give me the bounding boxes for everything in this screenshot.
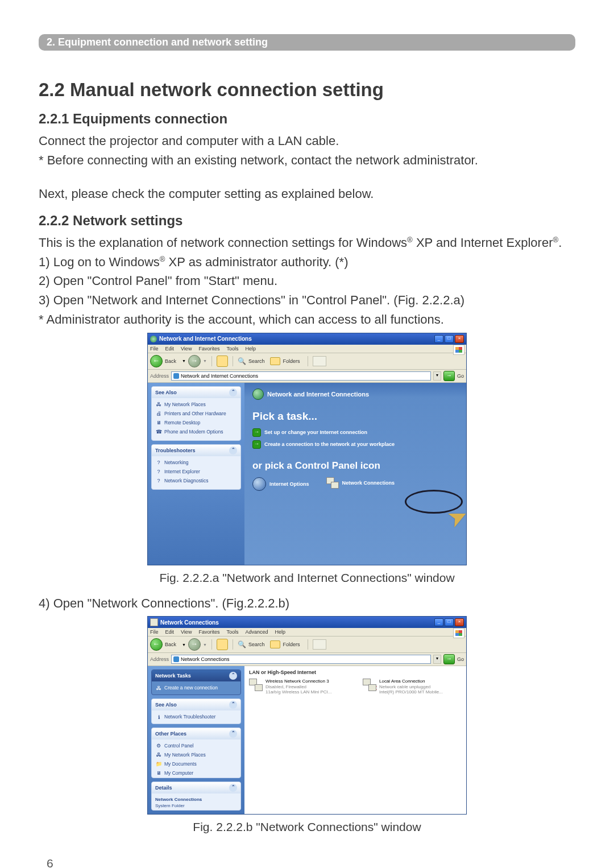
see-also-header[interactable]: See Also ⌃ (152, 387, 240, 398)
folders-label[interactable]: Folders (283, 358, 300, 364)
close-button[interactable]: × (455, 618, 464, 626)
collapse-icon[interactable]: ⌃ (229, 701, 237, 709)
up-button-icon[interactable] (217, 356, 228, 367)
folders-label[interactable]: Folders (283, 642, 300, 647)
menu-tools[interactable]: Tools (226, 629, 238, 635)
task-link-workplace-connection[interactable]: → Create a connection to the network at … (252, 440, 458, 449)
back-label[interactable]: Back (165, 358, 176, 364)
minimize-button[interactable]: _ (434, 335, 443, 343)
collapse-icon[interactable]: ⌃ (229, 784, 237, 792)
maximize-button[interactable]: □ (445, 618, 454, 626)
toolbar: ← Back ▼ → ▼ 🔍 Search Folders (148, 636, 466, 653)
address-dropdown[interactable]: ▾ (433, 655, 441, 664)
close-button[interactable]: × (455, 335, 464, 343)
troubleshooters-header[interactable]: Troubleshooters ⌃ (152, 445, 240, 456)
forward-button-icon[interactable]: → (188, 638, 201, 651)
sidebar-link-networking[interactable]: ?Networking (155, 458, 237, 468)
address-input[interactable]: Network and Internet Connections (171, 371, 431, 381)
folders-icon[interactable] (270, 640, 280, 648)
menu-help[interactable]: Help (245, 346, 256, 352)
go-button-icon[interactable]: → (443, 654, 455, 664)
menu-file[interactable]: File (150, 346, 159, 352)
menu-favorites[interactable]: Favorites (198, 629, 219, 635)
back-label[interactable]: Back (165, 642, 176, 647)
folders-icon[interactable] (270, 357, 280, 365)
connection-item-lan[interactable]: ✕ Local Area Connection Network cable un… (363, 679, 459, 695)
subsection-222-title: 2.2.2 Network settings (39, 213, 575, 229)
network-tasks-header[interactable]: Network Tasks ⌃ (152, 670, 240, 681)
sidebar-link-create-connection[interactable]: 🖧Create a new connection (155, 684, 237, 693)
back-button-icon[interactable]: ← (150, 355, 163, 367)
sidebar-link-network-places[interactable]: 🖧My Network Places (155, 751, 237, 760)
network-connections-icon (150, 618, 158, 626)
collapse-icon[interactable]: ⌃ (229, 730, 237, 738)
menu-advanced[interactable]: Advanced (245, 629, 268, 635)
sidebar-link-troubleshooter[interactable]: ℹNetwork Troubleshooter (155, 713, 237, 722)
views-button[interactable] (313, 356, 326, 366)
separator (308, 356, 308, 366)
back-dropdown[interactable]: ▼ (182, 359, 186, 363)
link-text: My Network Places (164, 402, 206, 407)
see-also-header[interactable]: See Also ⌃ (152, 699, 240, 710)
text: This is the explanation of network conne… (39, 235, 407, 250)
details-header[interactable]: Details ⌃ (152, 782, 240, 793)
sidebar-link-diagnostics[interactable]: ?Network Diagnostics (155, 477, 237, 486)
subsection-221-title: 2.2.1 Equipments connection (39, 111, 575, 127)
sidebar-link-printers[interactable]: 🖨Printers and Other Hardware (155, 410, 237, 419)
sidebar-link-control-panel[interactable]: ⚙Control Panel (155, 742, 237, 751)
window-title: Network Connections (160, 619, 434, 626)
go-label[interactable]: Go (457, 656, 464, 662)
window-title: Network and Internet Connections (159, 336, 434, 342)
search-label[interactable]: Search (248, 642, 265, 647)
views-button[interactable] (313, 639, 326, 650)
menu-edit[interactable]: Edit (165, 629, 175, 635)
minimize-button[interactable]: _ (434, 618, 443, 626)
figure-b-caption: Fig. 2.2.2.b "Network Connections" windo… (193, 820, 421, 834)
windows-flag-icon (453, 345, 464, 355)
go-label[interactable]: Go (457, 373, 464, 379)
sidebar-link-phone-modem[interactable]: ☎Phone and Modem Options (155, 428, 237, 437)
network-connections-icon-link[interactable]: Network Connections (326, 477, 395, 489)
menu-favorites[interactable]: Favorites (198, 346, 219, 352)
network-tasks-title: Network Tasks (155, 673, 191, 679)
titlebar: Network and Internet Connections _ □ × (148, 333, 466, 345)
menu-tools[interactable]: Tools (226, 346, 238, 352)
back-button-icon[interactable]: ← (150, 638, 163, 651)
collapse-icon[interactable]: ⌃ (229, 447, 237, 454)
link-text: Phone and Modem Options (164, 429, 223, 435)
globe-icon (252, 388, 264, 400)
up-button-icon[interactable] (217, 639, 228, 650)
search-icon[interactable]: 🔍 (238, 357, 246, 365)
text: XP and Internet Explorer (413, 235, 553, 250)
forward-button-icon[interactable]: → (188, 355, 201, 367)
menu-edit[interactable]: Edit (165, 346, 175, 352)
back-dropdown[interactable]: ▼ (182, 643, 186, 647)
connection-item-wireless[interactable]: Wireless Network Connection 3 Disabled, … (249, 679, 346, 695)
menu-view[interactable]: View (181, 346, 192, 352)
maximize-button[interactable]: □ (445, 335, 454, 343)
menu-help[interactable]: Help (275, 629, 285, 635)
menubar: File Edit View Favorites Tools Help (148, 345, 466, 353)
remote-desktop-icon: 🖥 (155, 420, 162, 427)
sidebar-link-my-documents[interactable]: 📁My Documents (155, 760, 237, 769)
search-label[interactable]: Search (248, 358, 265, 364)
sidebar-link-network-places[interactable]: 🖧My Network Places (155, 400, 237, 410)
sidebar-link-my-computer[interactable]: 🖥My Computer (155, 769, 237, 778)
menu-view[interactable]: View (181, 629, 192, 635)
link-text: Network Diagnostics (164, 478, 208, 483)
address-dropdown[interactable]: ▾ (433, 371, 441, 381)
address-input[interactable]: Network Connections (171, 655, 431, 664)
collapse-icon[interactable]: ⌃ (229, 672, 237, 680)
task-link-internet-connection[interactable]: → Set up or change your Internet connect… (252, 428, 458, 437)
go-button-icon[interactable]: → (443, 371, 455, 381)
internet-options-icon-link[interactable]: Internet Options (252, 477, 309, 491)
forward-dropdown[interactable]: ▼ (203, 643, 207, 647)
search-icon[interactable]: 🔍 (238, 640, 246, 648)
other-places-header[interactable]: Other Places ⌃ (152, 728, 240, 739)
sidebar-link-remote-desktop[interactable]: 🖥Remote Desktop (155, 419, 237, 428)
collapse-icon[interactable]: ⌃ (229, 388, 237, 396)
address-value: Network Connections (181, 656, 230, 662)
forward-dropdown[interactable]: ▼ (203, 359, 207, 363)
sidebar-link-ie[interactable]: ?Internet Explorer (155, 468, 237, 477)
menu-file[interactable]: File (150, 629, 159, 635)
